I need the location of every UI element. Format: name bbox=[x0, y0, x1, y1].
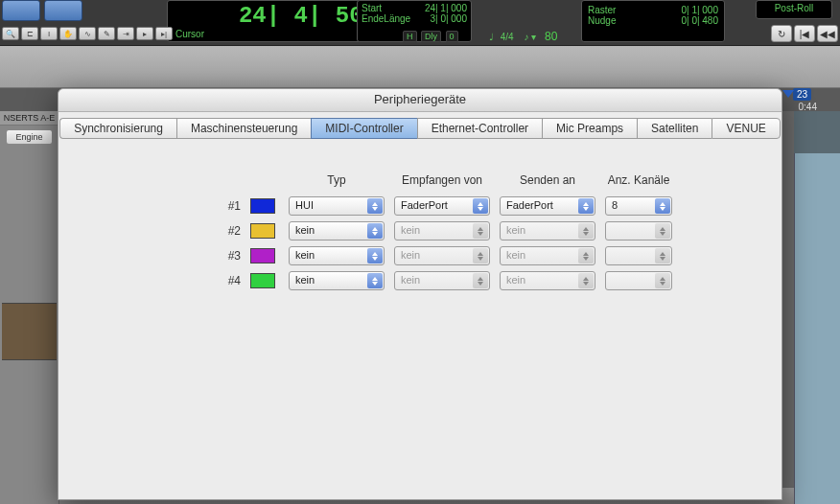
edit-tools: 🔍 ⊏ I ✋ ∿ ✎ ⇥ ▸ ▸| bbox=[2, 27, 173, 40]
stepper-arrows-icon bbox=[578, 273, 594, 288]
color-swatch[interactable] bbox=[250, 248, 275, 263]
receive-select[interactable]: FaderPort bbox=[394, 196, 490, 216]
start-label: Start bbox=[362, 3, 382, 13]
channels-select bbox=[605, 246, 672, 265]
transport-rtz-button[interactable]: |◀ bbox=[794, 25, 815, 42]
track-sidebar: NSERTS A-E Engine bbox=[0, 111, 59, 504]
clip-region[interactable] bbox=[794, 153, 840, 504]
tab-midi-controller[interactable]: MIDI-Controller bbox=[311, 118, 416, 139]
tool-extra1[interactable]: ▸ bbox=[136, 27, 153, 40]
tool-trim[interactable]: ⊏ bbox=[21, 27, 38, 40]
dly-value: 0 bbox=[446, 31, 458, 42]
stepper-arrows-icon[interactable] bbox=[367, 223, 383, 239]
type-select[interactable]: HUI bbox=[289, 196, 385, 216]
channels-select[interactable]: 8 bbox=[605, 196, 672, 216]
dly-label[interactable]: Dly bbox=[421, 31, 441, 42]
stepper-arrows-icon bbox=[655, 223, 670, 239]
dialog-title: Peripheriegeräte bbox=[58, 89, 782, 112]
tab-satelliten[interactable]: Satelliten bbox=[637, 118, 712, 139]
stepper-arrows-icon[interactable] bbox=[367, 273, 383, 288]
playhead-icon[interactable] bbox=[782, 90, 794, 98]
meter-icon[interactable]: ♩ bbox=[489, 32, 494, 42]
nudge-value: 0| 0| 480 bbox=[681, 15, 718, 26]
type-select[interactable]: kein bbox=[289, 221, 385, 241]
controller-row: #1HUIFaderPortFaderPort8 bbox=[202, 196, 782, 216]
color-swatch[interactable] bbox=[250, 273, 275, 288]
col-type: Typ bbox=[289, 173, 385, 187]
tab-venue[interactable]: VENUE bbox=[712, 118, 780, 139]
end-label: Ende bbox=[362, 13, 384, 24]
tool-scrub[interactable]: ∿ bbox=[79, 27, 96, 40]
main-counter: 24| 4| 506 Cursor bbox=[167, 0, 387, 42]
transport-loop-button[interactable]: ↻ bbox=[771, 25, 792, 42]
tool-pencil[interactable]: ✎ bbox=[98, 27, 115, 40]
type-select[interactable]: kein bbox=[289, 246, 385, 265]
receive-select: kein bbox=[394, 271, 490, 290]
mode-button-1[interactable] bbox=[2, 0, 40, 21]
col-send: Senden an bbox=[500, 173, 595, 187]
stepper-arrows-icon bbox=[473, 273, 488, 288]
grid-header: Typ Empfangen von Senden an Anz. Kanäle bbox=[202, 173, 782, 187]
color-swatch[interactable] bbox=[250, 223, 275, 239]
ruler-strip bbox=[0, 46, 840, 88]
receive-select: kein bbox=[394, 246, 490, 265]
tool-select[interactable]: I bbox=[40, 27, 58, 40]
ruler-marker: 23 bbox=[793, 88, 811, 101]
transport-buttons: ↻ |◀ ◀◀ bbox=[771, 25, 838, 42]
tool-zoom[interactable]: 🔍 bbox=[2, 27, 19, 40]
inserts-header: NSERTS A-E bbox=[0, 111, 58, 126]
top-toolbar: 24| 4| 506 Cursor Start24| 1| 000 Ende L… bbox=[0, 0, 840, 46]
raster-label: Raster bbox=[588, 5, 616, 15]
tool-smart[interactable]: ⇥ bbox=[117, 27, 134, 40]
send-select: kein bbox=[500, 271, 595, 290]
dly-h-icon[interactable]: H bbox=[403, 31, 417, 42]
stepper-arrows-icon[interactable] bbox=[367, 198, 383, 214]
tab-ethernet-controller[interactable]: Ethernet-Controller bbox=[417, 118, 542, 139]
dialog-tabbar: SynchronisierungMaschinensteuerungMIDI-C… bbox=[58, 118, 782, 139]
channels-select bbox=[605, 221, 672, 241]
tempo-arrow-icon[interactable]: ▾ bbox=[531, 32, 536, 42]
color-swatch[interactable] bbox=[250, 198, 275, 214]
send-select: kein bbox=[500, 221, 595, 241]
send-select: kein bbox=[500, 246, 595, 265]
note-icon[interactable]: ♪ bbox=[524, 32, 528, 42]
length-value: 3| 0| 000 bbox=[430, 13, 467, 24]
row-number: #2 bbox=[202, 224, 241, 238]
tool-extra2[interactable]: ▸| bbox=[155, 27, 173, 40]
mode-button-2[interactable] bbox=[44, 0, 82, 21]
tab-synchronisierung[interactable]: Synchronisierung bbox=[59, 118, 176, 139]
main-counter-value: 24| 4| 506 bbox=[168, 1, 386, 29]
tab-maschinensteuerung[interactable]: Maschinensteuerung bbox=[176, 118, 311, 139]
col-channels: Anz. Kanäle bbox=[605, 173, 672, 187]
mode-buttons bbox=[2, 0, 82, 21]
track-name-button[interactable]: Engine bbox=[6, 129, 53, 145]
cursor-label: Cursor bbox=[175, 29, 204, 39]
stepper-arrows-icon bbox=[473, 223, 488, 239]
tab-mic-preamps[interactable]: Mic Preamps bbox=[542, 118, 637, 139]
tool-grab[interactable]: ✋ bbox=[59, 27, 77, 40]
midi-controller-grid: Typ Empfangen von Senden an Anz. Kanäle … bbox=[202, 173, 782, 290]
nudge-box: Raster0| 1| 000 Nudge0| 0| 480 bbox=[581, 0, 725, 42]
timeline-top-right bbox=[794, 111, 840, 153]
send-select[interactable]: FaderPort bbox=[500, 196, 595, 216]
stepper-arrows-icon[interactable] bbox=[473, 198, 488, 214]
row-number: #3 bbox=[202, 249, 241, 263]
transport-rewind-button[interactable]: ◀◀ bbox=[817, 25, 838, 42]
stepper-arrows-icon bbox=[578, 248, 594, 263]
stepper-arrows-icon[interactable] bbox=[367, 248, 383, 263]
tempo-value: 80 bbox=[545, 30, 557, 43]
track-lane bbox=[2, 303, 57, 360]
controller-row: #4keinkeinkein bbox=[202, 271, 782, 290]
tempo-row: ♩ 4/4 ♪ ▾ 80 bbox=[489, 30, 557, 43]
time-sig: 4/4 bbox=[501, 32, 514, 42]
type-select[interactable]: kein bbox=[289, 271, 385, 290]
stepper-arrows-icon[interactable] bbox=[655, 198, 670, 214]
col-receive: Empfangen von bbox=[394, 173, 490, 187]
row-number: #1 bbox=[202, 199, 241, 213]
stepper-arrows-icon[interactable] bbox=[578, 198, 594, 214]
postroll-label: Post-Roll bbox=[775, 3, 814, 13]
nudge-label: Nudge bbox=[588, 15, 616, 26]
controller-row: #3keinkeinkein bbox=[202, 246, 782, 265]
start-value: 24| 1| 000 bbox=[425, 3, 467, 13]
channels-select bbox=[605, 271, 672, 290]
